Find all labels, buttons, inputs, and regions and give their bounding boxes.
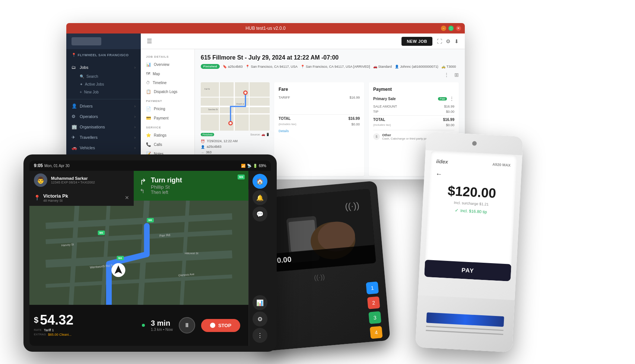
pax-a920-logo: iidex: [436, 158, 448, 165]
meter-rows: RATE Tariff 1 EXTRAS $65.00 Cleani...: [34, 328, 129, 337]
calls-icon: 📞: [146, 142, 151, 147]
sidebar-item-search[interactable]: 🔍 Search: [66, 73, 141, 80]
meter-rate-row: RATE Tariff 1: [34, 328, 129, 332]
pause-button[interactable]: ⏸: [179, 317, 195, 333]
settings-ctrl-btn[interactable]: ⚙: [253, 312, 267, 326]
close-button[interactable]: ✕: [456, 26, 461, 31]
driver-avatar: 👨: [34, 173, 47, 187]
grid-icon[interactable]: ⊞: [454, 72, 459, 78]
job-nav-pricing[interactable]: 📄 Pricing: [141, 104, 194, 114]
new-job-button[interactable]: NEW JOB: [401, 37, 432, 46]
fare-total-row: TOTAL $16.99: [279, 114, 360, 121]
job-nav-calls[interactable]: 📞 Calls: [141, 140, 194, 149]
nav-distance: 1.3 km • Now: [151, 328, 173, 332]
meta-dropoff: 📍 San Francisco, CA 94117, USA [ARRIVED]: [301, 65, 370, 68]
pax-a920-pay-button[interactable]: PAY: [424, 260, 511, 281]
meter-value: 54.32: [40, 313, 73, 327]
pax-btn-4[interactable]: 4: [370, 326, 383, 339]
map-container: Fall St Church st Sanchez St: [201, 82, 270, 131]
status-indicator: [142, 324, 145, 327]
sidebar-item-jobs[interactable]: 🗂 Jobs ›: [66, 62, 141, 73]
pax-btn-2[interactable]: 2: [367, 296, 380, 309]
job-nav-ratings[interactable]: ⭐ Ratings: [141, 131, 194, 140]
status-dot: [142, 324, 145, 327]
sidebar-item-operators[interactable]: ⚙ Operators ›: [66, 111, 141, 122]
m4-badge: M4: [238, 175, 245, 179]
brand-logo: [72, 37, 101, 45]
map-status-bar: Finished Source: 🚗 📱: [201, 133, 270, 136]
fare-details-link[interactable]: Details: [279, 129, 360, 133]
pax-btn-3[interactable]: 3: [368, 311, 381, 324]
extras-value: $65.00 Cleani...: [48, 333, 72, 336]
sidebar-item-organisations[interactable]: 🏢 Organisations ›: [66, 122, 141, 132]
topbar: ☰ NEW JOB ⛶ ⚙ ⬇: [141, 33, 465, 49]
payment-primary-header: Primary Sale Paid ⋮: [373, 96, 454, 102]
pricing-icon: 📄: [146, 106, 151, 111]
job-nav-map[interactable]: 🗺 Map: [141, 69, 194, 78]
dest-pin-icon: 📍: [34, 195, 40, 201]
pax-btn-1[interactable]: 1: [366, 281, 379, 294]
maximize-button[interactable]: □: [448, 26, 454, 31]
destination-close-icon[interactable]: ✕: [125, 195, 129, 201]
meta-pickup: 📍 San Francisco, CA 94117, USA: [245, 65, 298, 68]
svg-text:Fall St: Fall St: [204, 88, 210, 90]
settings-icon[interactable]: ⚙: [446, 38, 451, 44]
battery-icon: 🔋: [253, 164, 257, 168]
rate-label: RATE: [34, 328, 42, 332]
sidebar-item-travellers[interactable]: ✈ Travellers ›: [66, 132, 141, 143]
job-nav-overview[interactable]: 📊 Overview: [141, 60, 194, 69]
pickup-icon: 📍: [245, 65, 250, 68]
extras-label: EXTRAS: [34, 333, 46, 336]
job-nav-payment[interactable]: 💳 Payment: [141, 114, 194, 123]
tablet-time: 9:05: [34, 163, 43, 168]
map-detail-datetime: ⏰ 7/29/2024, 12:22 AM: [201, 139, 270, 143]
svg-text:M4: M4: [118, 257, 122, 259]
payment-more-icon[interactable]: ⋮: [449, 96, 454, 102]
tablet-status-icons: 📶 📡 🔋 69%: [241, 164, 266, 168]
destination-name: Victoria Pk: [43, 193, 68, 199]
sidebar-item-drivers[interactable]: 👤 Drivers ›: [66, 101, 141, 111]
tablet-date: Mon, 01 Apr 30: [44, 164, 70, 168]
pax-buttons: 1 2 3 4: [366, 281, 382, 339]
tip-check-icon: ✓: [455, 208, 459, 213]
meta-standard: 🚗 Standard: [373, 65, 392, 68]
sidebar-item-new-job[interactable]: + New Job: [66, 88, 141, 96]
stop-button[interactable]: STOP: [201, 319, 240, 332]
chart-ctrl-btn[interactable]: 📊: [253, 295, 267, 310]
meter-panel: $ 54.32 RATE Tariff 1 EXTRAS $65.00 Clea…: [29, 305, 134, 346]
job-nav-dispatch-logs[interactable]: 📋 Dispatch Logs: [141, 87, 194, 96]
bell-ctrl-btn[interactable]: 🔔: [253, 190, 267, 205]
nav-subtitle: Then left: [151, 190, 182, 195]
nav-instruction: ↱ ↰ Turn right Phillip St Then left M4: [134, 171, 248, 201]
menu-ctrl-btn[interactable]: ⋮: [253, 328, 267, 343]
sidebar-item-active-jobs[interactable]: ✦ Active Jobs: [66, 80, 141, 88]
map-source: Source: 🚗 📱: [250, 133, 270, 136]
fullscreen-icon[interactable]: ⛶: [437, 38, 442, 44]
new-job-icon: +: [80, 90, 82, 94]
search-icon: 🔍: [80, 74, 84, 79]
minimize-button[interactable]: −: [441, 26, 446, 31]
pax-a920-body: iidex A920 MAX ← $120.00 Incl. surcharge…: [415, 132, 523, 352]
action-buttons: 3 min 1.3 km • Now ⏸ STOP: [134, 305, 248, 346]
menu-icon[interactable]: ☰: [147, 38, 152, 45]
pax-a920-back-button[interactable]: ←: [435, 170, 442, 178]
map-status-badge: Finished: [201, 133, 214, 136]
meta-driver: 👤 Johnnc (a816000000071): [395, 65, 438, 68]
turn-right-arrow: ↱: [140, 177, 146, 187]
sidebar-item-vehicles[interactable]: 🚗 Vehicles ›: [66, 143, 141, 153]
id-icon2: 👤: [201, 145, 205, 149]
service-section-title: SERVICE: [141, 123, 194, 131]
pax-a920-tip: ✓ Incl. $16.80 tip: [455, 208, 487, 215]
fare-tax-row: (includes tax) $0.00: [279, 122, 360, 126]
home-ctrl-btn[interactable]: 🏠: [253, 174, 267, 189]
chat-ctrl-btn[interactable]: 💬: [253, 207, 267, 221]
nav-street-name: Phillip St: [151, 184, 182, 190]
map-svg: Fall St Church st Sanchez St: [201, 82, 270, 131]
pax-a920-model: A920 MAX: [492, 162, 511, 167]
pax-a920-surcharge: Incl. surcharge $1.21: [454, 201, 489, 207]
meta-id: 🔖 a25c4b83: [223, 65, 243, 68]
job-nav-timeline[interactable]: ⏱ Timeline: [141, 78, 194, 87]
more-options-icon[interactable]: ⋮: [444, 72, 449, 78]
download-icon[interactable]: ⬇: [454, 38, 459, 44]
active-jobs-icon: ✦: [80, 82, 83, 86]
